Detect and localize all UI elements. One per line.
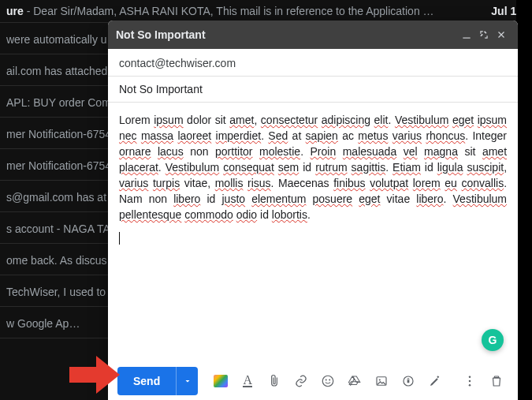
- confidential-icon[interactable]: [396, 369, 420, 393]
- svg-point-10: [469, 384, 471, 387]
- svg-point-8: [469, 376, 471, 378]
- svg-point-5: [379, 379, 381, 380]
- svg-rect-7: [407, 380, 410, 383]
- subject-field[interactable]: Not So Important: [108, 77, 518, 103]
- svg-point-9: [469, 380, 471, 383]
- send-options-button[interactable]: [176, 367, 198, 395]
- right-blackbar: [516, 0, 532, 400]
- compose-toolbar: Send A: [108, 362, 518, 400]
- more-options-icon[interactable]: [458, 369, 482, 393]
- emoji-icon[interactable]: [316, 369, 340, 393]
- attach-icon[interactable]: [262, 369, 286, 393]
- chevron-down-icon: [183, 376, 192, 386]
- maximize-icon[interactable]: [475, 26, 493, 43]
- to-field[interactable]: contact@techwiser.com: [108, 49, 518, 77]
- body-text[interactable]: Lorem ipsum dolor sit amet, consectetur …: [119, 112, 507, 222]
- grammarly-badge[interactable]: G: [482, 329, 504, 351]
- inbox-row[interactable]: ure - Dear Sir/Madam, ASHA RANI KOTA, Th…: [0, 0, 532, 23]
- discard-icon[interactable]: [485, 369, 508, 393]
- text-cursor: [119, 232, 120, 245]
- link-icon[interactable]: [289, 369, 313, 393]
- text-format-icon[interactable]: A: [236, 369, 259, 393]
- close-icon[interactable]: [493, 26, 510, 43]
- compose-header[interactable]: Not So Important: [108, 21, 518, 49]
- formatting-font-icon[interactable]: [209, 369, 233, 393]
- svg-rect-0: [463, 38, 470, 39]
- body-textarea[interactable]: Lorem ipsum dolor sit amet, consectetur …: [108, 103, 518, 362]
- minimize-icon[interactable]: [458, 26, 475, 43]
- compose-window: Not So Important contact@techwiser.com N…: [108, 21, 518, 400]
- send-group: Send: [117, 367, 198, 395]
- svg-point-1: [322, 376, 333, 387]
- svg-point-3: [329, 379, 331, 381]
- send-button[interactable]: Send: [117, 367, 176, 395]
- pen-icon[interactable]: [423, 369, 447, 393]
- svg-point-2: [326, 379, 327, 381]
- compose-title: Not So Important: [116, 28, 458, 41]
- drive-icon[interactable]: [343, 369, 366, 393]
- image-icon[interactable]: [370, 369, 393, 393]
